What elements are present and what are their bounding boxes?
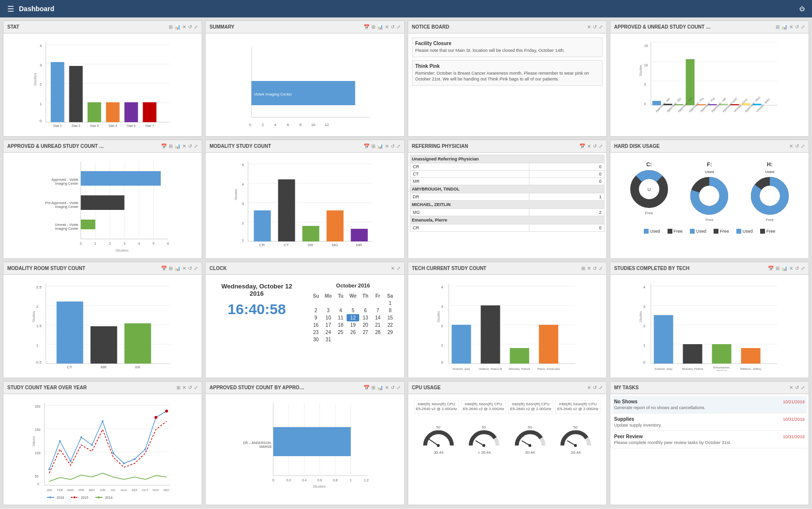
hard-disk-close-icon[interactable]: ✕ bbox=[789, 143, 793, 149]
hard-disk-expand-icon[interactable]: ⤢ bbox=[801, 143, 805, 149]
modality-study-table-icon[interactable]: ⊞ bbox=[371, 143, 375, 149]
approved-fac-refresh-icon[interactable]: ↺ bbox=[188, 143, 192, 149]
summary-table-icon[interactable]: ⊞ bbox=[371, 24, 375, 30]
svg-text:0.8: 0.8 bbox=[333, 478, 338, 482]
my-tasks-refresh-icon[interactable]: ↺ bbox=[795, 385, 799, 390]
cpu-expand-icon[interactable]: ⤢ bbox=[599, 385, 603, 390]
clock-expand-icon[interactable]: ⤢ bbox=[397, 266, 400, 271]
approved-physician-chart-icon[interactable]: 📊 bbox=[377, 385, 383, 390]
stat-close-icon[interactable]: ✕ bbox=[182, 24, 186, 30]
approved-ap-refresh-icon[interactable]: ↺ bbox=[795, 24, 799, 30]
yoy-close-icon[interactable]: ✕ bbox=[182, 385, 186, 390]
my-tasks-expand-icon[interactable]: ⤢ bbox=[801, 385, 805, 390]
studies-tech-chart-icon[interactable]: 📊 bbox=[781, 266, 787, 271]
task-item-2[interactable]: Supplies 10/31/2016 Update supply invent… bbox=[612, 414, 807, 431]
approved-physician-refresh-icon[interactable]: ↺ bbox=[391, 385, 395, 390]
tech-current-refresh-icon[interactable]: ↺ bbox=[593, 266, 597, 271]
widget-studies-by-tech-title: STUDIES COMPLETED BY TECH bbox=[614, 266, 689, 271]
summary-close-icon[interactable]: ✕ bbox=[385, 24, 389, 30]
svg-rect-14 bbox=[69, 66, 83, 122]
approved-physician-table-icon[interactable]: ⊞ bbox=[371, 385, 375, 390]
summary-refresh-icon[interactable]: ↺ bbox=[391, 24, 395, 30]
yoy-table-icon[interactable]: ⊞ bbox=[176, 385, 180, 390]
task-item-1[interactable]: No Shows 10/21/2016 Generate report of n… bbox=[612, 396, 807, 414]
stat-refresh-icon[interactable]: ↺ bbox=[188, 24, 192, 30]
svg-text:Michael: Michael bbox=[716, 369, 727, 371]
clock-close-icon[interactable]: ✕ bbox=[391, 266, 395, 271]
notice-expand-icon[interactable]: ⤢ bbox=[599, 24, 603, 30]
stat-chart-icon[interactable]: 📊 bbox=[175, 24, 180, 30]
approved-physician-expand-icon[interactable]: ⤢ bbox=[397, 385, 400, 390]
studies-tech-close-icon[interactable]: ✕ bbox=[789, 266, 793, 271]
approved-ap-chart-icon[interactable]: 📊 bbox=[781, 24, 787, 30]
modality-study-refresh-icon[interactable]: ↺ bbox=[391, 143, 395, 149]
referring-expand-icon[interactable]: ⤢ bbox=[599, 143, 603, 149]
summary-chart-icon[interactable]: 📊 bbox=[377, 24, 383, 30]
approved-fac-table-icon[interactable]: ⊞ bbox=[169, 143, 173, 149]
svg-rect-107 bbox=[327, 210, 344, 241]
summary-expand-icon[interactable]: ⤢ bbox=[397, 24, 400, 30]
referring-calendar-icon[interactable]: 📅 bbox=[579, 143, 585, 149]
tech-current-close-icon[interactable]: ✕ bbox=[587, 266, 591, 271]
svg-text:Stat 4: Stat 4 bbox=[108, 124, 117, 127]
svg-text:5: 5 bbox=[153, 242, 155, 245]
hard-disk-refresh-icon[interactable]: ↺ bbox=[795, 143, 799, 149]
tech-current-expand-icon[interactable]: ⤢ bbox=[599, 266, 603, 271]
cpu-close-icon[interactable]: ✕ bbox=[587, 385, 591, 390]
modality-study-close-icon[interactable]: ✕ bbox=[385, 143, 389, 149]
svg-text:0.5: 0.5 bbox=[36, 360, 42, 365]
approved-physician-calendar-icon[interactable]: 📅 bbox=[364, 385, 369, 390]
approved-physician-close-icon[interactable]: ✕ bbox=[385, 385, 389, 390]
referring-refresh-icon[interactable]: ↺ bbox=[593, 143, 597, 149]
approved-ap-table-icon[interactable]: ⊞ bbox=[776, 24, 780, 30]
task-item-3[interactable]: Peer Review 10/31/2016 Please complete m… bbox=[612, 431, 807, 448]
approved-ap-expand-icon[interactable]: ⤢ bbox=[801, 24, 805, 30]
studies-tech-calendar-icon[interactable]: 📅 bbox=[768, 266, 774, 271]
approved-fac-expand-icon[interactable]: ⤢ bbox=[194, 143, 198, 149]
clock-date: Wednesday, October 12 bbox=[213, 283, 300, 290]
notice-close-icon[interactable]: ✕ bbox=[587, 24, 591, 30]
referring-close-icon[interactable]: ✕ bbox=[587, 143, 591, 149]
svg-text:NOV: NOV bbox=[153, 489, 159, 492]
svg-text:5: 5 bbox=[644, 83, 646, 86]
studies-tech-expand-icon[interactable]: ⤢ bbox=[801, 266, 805, 271]
svg-text:50: 50 bbox=[527, 425, 532, 429]
studies-tech-table-icon[interactable]: ⊞ bbox=[776, 266, 780, 271]
modality-room-chart-icon[interactable]: 📊 bbox=[175, 266, 180, 271]
studies-tech-refresh-icon[interactable]: ↺ bbox=[795, 266, 799, 271]
stat-table-icon[interactable]: ⊞ bbox=[169, 24, 173, 30]
notice-refresh-icon[interactable]: ↺ bbox=[593, 24, 597, 30]
svg-text:AUG: AUG bbox=[121, 489, 127, 492]
modality-room-close-icon[interactable]: ✕ bbox=[182, 266, 186, 271]
stat-expand-icon[interactable]: ⤢ bbox=[194, 24, 198, 30]
tech-current-table-icon[interactable]: ⊞ bbox=[581, 266, 585, 271]
svg-text:DEC: DEC bbox=[163, 489, 170, 492]
modality-room-table-icon[interactable]: ⊞ bbox=[169, 266, 173, 271]
modality-room-expand-icon[interactable]: ⤢ bbox=[194, 266, 198, 271]
yoy-refresh-icon[interactable]: ↺ bbox=[188, 385, 192, 390]
widget-cpu: CPU USAGE ✕ ↺ ⤢ Intel(R) Xeon(R) CPU E5-… bbox=[408, 381, 607, 505]
svg-text:4: 4 bbox=[441, 285, 443, 289]
modality-study-chart-icon[interactable]: 📊 bbox=[377, 143, 383, 149]
modality-study-expand-icon[interactable]: ⤢ bbox=[397, 143, 400, 149]
modality-study-calendar-icon[interactable]: 📅 bbox=[364, 143, 369, 149]
hamburger-icon[interactable]: ☰ bbox=[7, 4, 14, 14]
app-title: Dashboard bbox=[19, 5, 54, 13]
approved-fac-chart-icon[interactable]: 📊 bbox=[175, 143, 180, 149]
approved-ap-close-icon[interactable]: ✕ bbox=[789, 24, 793, 30]
yoy-expand-icon[interactable]: ⤢ bbox=[194, 385, 198, 390]
modality-room-refresh-icon[interactable]: ↺ bbox=[188, 266, 192, 271]
power-icon[interactable]: ⏻ bbox=[799, 6, 805, 12]
widget-modality-room-title: MODALITY ROOM STUDY COUNT bbox=[7, 266, 85, 271]
my-tasks-close-icon[interactable]: ✕ bbox=[789, 385, 793, 390]
modality-room-calendar-icon[interactable]: 📅 bbox=[161, 266, 167, 271]
svg-text:150: 150 bbox=[35, 428, 41, 431]
approved-fac-calendar-icon[interactable]: 📅 bbox=[161, 143, 167, 149]
gauge-4: 50 20.44 bbox=[557, 424, 595, 455]
summary-calendar-icon[interactable]: 📅 bbox=[364, 24, 369, 30]
cpu-refresh-icon[interactable]: ↺ bbox=[593, 385, 597, 390]
svg-text:4: 4 bbox=[274, 123, 277, 127]
svg-text:CT: CT bbox=[284, 243, 289, 247]
notice-item-2: Think Pink Reminder: October is Breast C… bbox=[412, 60, 603, 86]
approved-fac-close-icon[interactable]: ✕ bbox=[182, 143, 186, 149]
